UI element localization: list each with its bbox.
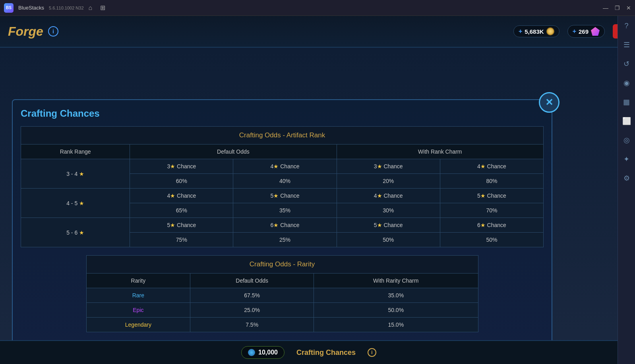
default-upper-label: 6★ Chance xyxy=(233,218,337,233)
game-title-section: Forge i xyxy=(8,24,58,39)
default-lower-val: 65% xyxy=(130,203,233,218)
default-upper-label: 5★ Chance xyxy=(233,189,337,203)
artifact-rank-table: Crafting Odds - Artifact Rank Rank Range… xyxy=(21,126,544,247)
rank-range-header: Rank Range xyxy=(21,144,130,159)
charm-lower-label: 4★ Chance xyxy=(337,189,440,203)
default-upper-val: 35% xyxy=(233,203,337,218)
modal-title: Crafting Chances xyxy=(21,108,544,119)
minimize-button[interactable]: — xyxy=(603,5,608,11)
crafting-chances-button[interactable]: Crafting Chances xyxy=(296,349,356,357)
rarity-table: Crafting Odds - Rarity Rarity Default Od… xyxy=(86,255,478,332)
rarity-table-header: Crafting Odds - Rarity xyxy=(86,256,478,273)
right-sidebar: ? ☰ ↺ ◉ ▦ ⬜ ◎ ✦ ⚙ xyxy=(618,16,635,364)
window-controls: — ❐ ✕ xyxy=(603,5,631,11)
rank-cell: 3 - 4 ★ xyxy=(21,159,130,189)
bottom-bar: 10,000 Crafting Chances i xyxy=(0,340,618,364)
sidebar-target-icon[interactable]: ◉ xyxy=(621,77,633,89)
home-icon[interactable]: ⌂ xyxy=(89,4,93,12)
charm-lower-val: 20% xyxy=(337,174,440,189)
titlebar-nav-icons: ⌂ ⊞ xyxy=(89,4,106,12)
sidebar-help-icon[interactable]: ? xyxy=(621,20,633,32)
main-content: ✕ Crafting Chances Crafting Odds - Artif… xyxy=(0,48,618,364)
forge-cost-block: 10,000 xyxy=(241,346,285,359)
charm-upper-val: 80% xyxy=(440,174,543,189)
table-row: 5 - 6 ★ 5★ Chance 6★ Chance 5★ Chance 6★… xyxy=(21,218,544,233)
artifact-rank-section: Crafting Odds - Artifact Rank Rank Range… xyxy=(21,126,544,247)
rarity-charm-val: 35.0% xyxy=(314,288,478,303)
sidebar-circle-icon[interactable]: ◎ xyxy=(621,134,633,146)
rank-cell: 5 - 6 ★ xyxy=(21,218,130,247)
with-charm-header: With Rank Charm xyxy=(337,144,543,159)
titlebar: BS BlueStacks 5.6.110.1002 N32 ⌂ ⊞ — ❐ ✕ xyxy=(0,0,635,16)
crafting-chances-info-icon[interactable]: i xyxy=(368,348,376,357)
default-odds-header: Default Odds xyxy=(130,144,337,159)
rarity-charm-header: With Rarity Charm xyxy=(314,273,478,288)
app-name: BlueStacks xyxy=(18,5,44,11)
default-upper-val: 25% xyxy=(233,233,337,247)
charm-lower-val: 50% xyxy=(337,233,440,247)
rarity-name-cell: Rare xyxy=(86,288,190,303)
charm-upper-label: 6★ Chance xyxy=(440,218,543,233)
charm-lower-label: 3★ Chance xyxy=(337,159,440,174)
gamebar: Forge i + 5,683K + 269 ✕ xyxy=(0,16,635,48)
rarity-charm-val: 50.0% xyxy=(314,303,478,318)
sidebar-folder-icon[interactable]: ⬜ xyxy=(621,115,633,127)
coin-icon xyxy=(546,27,554,35)
table-row: Epic 25.0% 50.0% xyxy=(86,303,478,318)
rarity-default-val: 67.5% xyxy=(190,288,314,303)
modal-close-button[interactable]: ✕ xyxy=(539,92,559,113)
default-lower-label: 5★ Chance xyxy=(130,218,233,233)
charm-lower-val: 30% xyxy=(337,203,440,218)
artifact-rank-table-header: Crafting Odds - Artifact Rank xyxy=(21,127,544,144)
forge-cost-gem-icon xyxy=(248,349,255,356)
forge-info-button[interactable]: i xyxy=(48,26,58,37)
default-upper-label: 4★ Chance xyxy=(233,159,337,174)
gold-value: 5,683K xyxy=(525,28,544,35)
table-row: 4 - 5 ★ 4★ Chance 5★ Chance 4★ Chance 5★… xyxy=(21,189,544,203)
table-row: Rare 67.5% 35.0% xyxy=(86,288,478,303)
charm-upper-label: 5★ Chance xyxy=(440,189,543,203)
grid-icon[interactable]: ⊞ xyxy=(100,4,105,12)
rarity-charm-val: 15.0% xyxy=(314,318,478,332)
bluestacks-logo: BS xyxy=(4,3,14,13)
titlebar-close-button[interactable]: ✕ xyxy=(626,5,631,11)
forge-cost-value: 10,000 xyxy=(258,349,278,356)
default-lower-val: 60% xyxy=(130,174,233,189)
sidebar-star-icon[interactable]: ✦ xyxy=(621,153,633,165)
maximize-button[interactable]: ❐ xyxy=(615,5,620,11)
gold-currency-block: + 5,683K xyxy=(513,25,559,37)
default-lower-val: 75% xyxy=(130,233,233,247)
rarity-col-header: Rarity xyxy=(86,273,190,288)
default-lower-label: 4★ Chance xyxy=(130,189,233,203)
table-row: 3 - 4 ★ 3★ Chance 4★ Chance 3★ Chance 4★… xyxy=(21,159,544,174)
gem-currency-block: + 269 xyxy=(567,25,605,38)
rarity-section: Crafting Odds - Rarity Rarity Default Od… xyxy=(21,255,544,332)
titlebar-left: BS BlueStacks 5.6.110.1002 N32 ⌂ ⊞ xyxy=(4,3,105,13)
app-version: 5.6.110.1002 N32 xyxy=(49,6,83,10)
sidebar-menu-icon[interactable]: ☰ xyxy=(621,39,633,51)
rank-cell: 4 - 5 ★ xyxy=(21,189,130,218)
charm-lower-label: 5★ Chance xyxy=(337,218,440,233)
charm-upper-val: 70% xyxy=(440,203,543,218)
gold-plus-icon[interactable]: + xyxy=(519,28,522,35)
default-upper-val: 40% xyxy=(233,174,337,189)
gem-value: 269 xyxy=(579,28,589,35)
sidebar-refresh-icon[interactable]: ↺ xyxy=(621,58,633,70)
table-row: Legendary 7.5% 15.0% xyxy=(86,318,478,332)
charm-upper-label: 4★ Chance xyxy=(440,159,543,174)
gamebar-right: + 5,683K + 269 ✕ xyxy=(513,24,627,39)
rarity-default-val: 25.0% xyxy=(190,303,314,318)
rarity-default-val: 7.5% xyxy=(190,318,314,332)
rarity-default-header: Default Odds xyxy=(190,273,314,288)
default-lower-label: 3★ Chance xyxy=(130,159,233,174)
crafting-chances-modal: ✕ Crafting Chances Crafting Odds - Artif… xyxy=(12,99,552,361)
gem-plus-icon[interactable]: + xyxy=(573,28,576,35)
rarity-name-cell: Legendary xyxy=(86,318,190,332)
rarity-name-cell: Epic xyxy=(86,303,190,318)
charm-upper-val: 50% xyxy=(440,233,543,247)
sidebar-grid-icon[interactable]: ▦ xyxy=(621,96,633,108)
sidebar-settings-icon[interactable]: ⚙ xyxy=(621,172,633,184)
gem-icon xyxy=(591,27,600,36)
game-title: Forge xyxy=(8,24,43,39)
